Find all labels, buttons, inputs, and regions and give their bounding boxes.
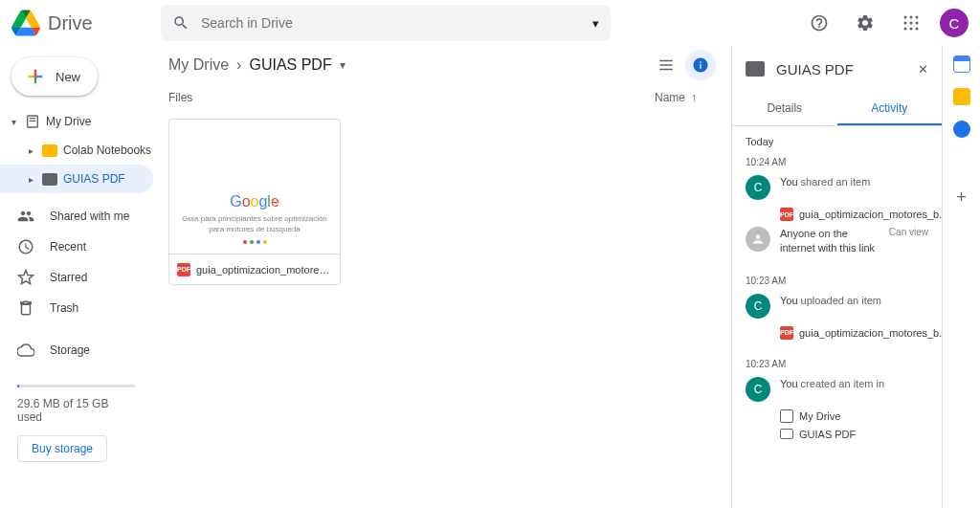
breadcrumb: My Drive › GUIAS PDF ▾ — [153, 46, 731, 84]
mydrive-icon — [25, 114, 40, 129]
chevron-down-icon: ▾ — [8, 117, 19, 127]
search-bar[interactable]: ▾ — [161, 5, 611, 41]
side-rail: + — [942, 46, 980, 508]
file-card[interactable]: Google Guía para principiantes sobre opt… — [168, 119, 341, 285]
nav-trash[interactable]: Trash — [0, 293, 153, 323]
tab-activity[interactable]: Activity — [837, 92, 943, 125]
pdf-icon: PDF — [780, 208, 793, 221]
app-name: Drive — [48, 12, 93, 34]
tree-item-colab[interactable]: ▸ Colab Notebooks — [0, 136, 153, 165]
drive-logo-icon — [11, 9, 40, 37]
add-addon-icon[interactable]: + — [956, 188, 967, 208]
detail-title: GUIAS PDF — [776, 61, 906, 77]
chevron-right-icon: ▸ — [25, 145, 36, 156]
file-preview: Google Guía para principiantes sobre opt… — [169, 120, 340, 254]
detail-panel: GUIAS PDF ✕ Details Activity Today 10:24… — [731, 46, 942, 508]
svg-point-7 — [910, 28, 913, 31]
user-avatar-icon: C — [746, 377, 770, 402]
tree-item-guias[interactable]: ▸ GUIAS PDF — [0, 165, 153, 193]
dropdown-icon[interactable]: ▾ — [340, 58, 345, 72]
svg-point-4 — [910, 22, 913, 25]
svg-point-9 — [756, 234, 761, 239]
svg-point-5 — [916, 22, 919, 25]
svg-point-3 — [904, 22, 907, 25]
tree-root-mydrive[interactable]: ▾ My Drive — [0, 107, 153, 136]
account-avatar[interactable]: C — [940, 9, 969, 37]
user-avatar-icon: C — [746, 294, 770, 319]
help-icon[interactable] — [802, 6, 836, 40]
chevron-right-icon: › — [236, 56, 241, 74]
logo[interactable]: Drive — [11, 9, 153, 37]
list-header: Files Name↑ — [153, 84, 731, 111]
apps-icon[interactable] — [894, 6, 928, 40]
activity-day: Today — [746, 136, 928, 147]
folder-icon — [780, 429, 793, 439]
folder-icon — [42, 144, 57, 157]
close-icon[interactable]: ✕ — [918, 62, 928, 77]
buy-storage-button[interactable]: Buy storage — [17, 435, 107, 462]
chevron-right-icon: ▸ — [25, 174, 36, 185]
pdf-icon: PDF — [177, 263, 190, 276]
files-label: Files — [168, 91, 192, 104]
activity-event: 10:23 AM C You uploaded an item PDFguia_… — [746, 276, 928, 340]
folder-icon — [42, 173, 57, 186]
nav-recent[interactable]: Recent — [0, 232, 153, 262]
nav-starred[interactable]: Starred — [0, 262, 153, 293]
sort-up-icon[interactable]: ↑ — [691, 91, 697, 104]
activity-event: 10:24 AM C You shared an item PDFguia_op… — [746, 157, 928, 256]
globe-icon — [746, 227, 770, 252]
svg-point-1 — [910, 16, 913, 19]
activity-event: 10:23 AM C You created an item in My Dri… — [746, 359, 928, 440]
name-column[interactable]: Name — [655, 91, 685, 104]
sidebar: New ▾ My Drive ▸ Colab Notebooks ▸ GUIAS… — [0, 46, 153, 508]
mydrive-icon — [780, 409, 793, 423]
list-view-icon[interactable] — [651, 50, 681, 80]
storage-bar — [17, 385, 136, 387]
tasks-icon[interactable] — [953, 121, 970, 138]
storage-used-text: 29.6 MB of 15 GB used — [17, 397, 136, 424]
plus-icon — [25, 66, 46, 87]
svg-point-0 — [904, 16, 907, 19]
breadcrumb-current[interactable]: GUIAS PDF — [249, 56, 331, 74]
folder-icon — [746, 61, 765, 77]
info-icon[interactable] — [685, 50, 716, 80]
search-input[interactable] — [201, 15, 581, 31]
tab-details[interactable]: Details — [732, 92, 837, 125]
svg-point-8 — [916, 28, 919, 31]
search-options-icon[interactable]: ▾ — [592, 16, 599, 31]
nav-storage[interactable]: Storage — [0, 335, 153, 365]
google-logo-icon: Google — [230, 193, 279, 210]
svg-point-6 — [904, 28, 907, 31]
keep-icon[interactable] — [953, 88, 970, 105]
pdf-icon: PDF — [780, 326, 793, 340]
new-button[interactable]: New — [11, 57, 98, 96]
file-name: guia_optimizacion_motores_busq... — [196, 264, 332, 276]
nav-shared[interactable]: Shared with me — [0, 201, 153, 232]
settings-icon[interactable] — [848, 6, 882, 40]
svg-point-2 — [916, 16, 919, 19]
search-icon — [172, 14, 189, 32]
calendar-icon[interactable] — [953, 55, 970, 73]
user-avatar-icon: C — [746, 175, 770, 200]
breadcrumb-root[interactable]: My Drive — [168, 56, 229, 74]
